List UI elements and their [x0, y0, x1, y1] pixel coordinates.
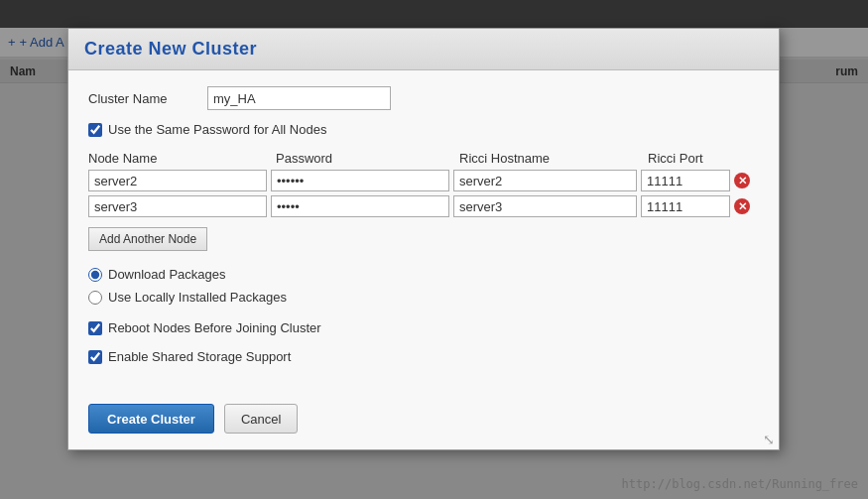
- download-packages-row: Download Packages: [88, 267, 759, 282]
- download-packages-label: Download Packages: [108, 267, 226, 282]
- use-local-packages-row: Use Locally Installed Packages: [88, 290, 759, 305]
- enable-shared-storage-label: Enable Shared Storage Support: [108, 349, 291, 364]
- col-password-header: Password: [272, 151, 455, 166]
- download-packages-radio[interactable]: [88, 268, 102, 282]
- create-cluster-button[interactable]: Create Cluster: [88, 404, 214, 434]
- resize-handle[interactable]: ⤡: [763, 432, 775, 447]
- reboot-nodes-label: Reboot Nodes Before Joining Cluster: [108, 320, 321, 335]
- dialog-title: Create New Cluster: [84, 39, 257, 59]
- create-cluster-dialog: Create New Cluster Cluster Name Use the …: [67, 28, 780, 450]
- same-password-label: Use the Same Password for All Nodes: [108, 122, 326, 137]
- col-nodename-header: Node Name: [88, 151, 272, 166]
- cluster-name-input[interactable]: [207, 86, 391, 110]
- enable-shared-storage-checkbox[interactable]: [88, 350, 102, 364]
- same-password-checkbox[interactable]: [88, 123, 102, 137]
- node-port-input-1[interactable]: [641, 170, 730, 191]
- node-hostname-input-2[interactable]: [453, 195, 637, 217]
- node-name-input-2[interactable]: [88, 195, 267, 217]
- package-options-section: Download Packages Use Locally Installed …: [88, 267, 759, 305]
- dialog-footer: Create Cluster Cancel ⤡: [68, 394, 779, 449]
- table-row: ✕: [88, 195, 759, 217]
- node-hostname-input-1[interactable]: [453, 170, 637, 191]
- node-password-input-1[interactable]: [271, 170, 449, 191]
- add-another-node-button[interactable]: Add Another Node: [88, 227, 207, 251]
- dialog-body: Cluster Name Use the Same Password for A…: [68, 70, 779, 394]
- node-table: Node Name Password Ricci Hostname Ricci …: [88, 151, 759, 217]
- use-local-packages-label: Use Locally Installed Packages: [108, 290, 287, 305]
- use-local-packages-radio[interactable]: [88, 291, 102, 305]
- node-password-input-2[interactable]: [271, 195, 449, 217]
- enable-shared-storage-row: Enable Shared Storage Support: [88, 349, 759, 364]
- dialog-titlebar: Create New Cluster: [68, 29, 779, 70]
- table-row: ✕: [88, 170, 759, 191]
- same-password-row: Use the Same Password for All Nodes: [88, 122, 759, 137]
- cluster-name-row: Cluster Name: [88, 86, 759, 110]
- reboot-nodes-checkbox[interactable]: [88, 321, 102, 335]
- node-port-input-2[interactable]: [641, 195, 730, 217]
- node-name-input-1[interactable]: [88, 170, 267, 191]
- cluster-name-label: Cluster Name: [88, 91, 207, 106]
- col-ricciport-header: Ricci Port: [644, 151, 743, 166]
- reboot-nodes-row: Reboot Nodes Before Joining Cluster: [88, 320, 759, 335]
- col-riccihostname-header: Ricci Hostname: [455, 151, 644, 166]
- node-table-header: Node Name Password Ricci Hostname Ricci …: [88, 151, 759, 166]
- delete-node-button-1[interactable]: ✕: [734, 173, 750, 188]
- cancel-button[interactable]: Cancel: [224, 404, 298, 434]
- delete-node-button-2[interactable]: ✕: [734, 198, 750, 214]
